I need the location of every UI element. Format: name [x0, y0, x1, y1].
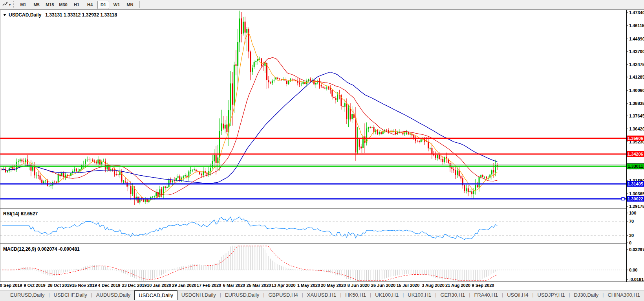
chart-background: [0, 10, 644, 282]
price-tick-label: 1.37645: [629, 114, 644, 118]
timeframe-button-m1[interactable]: M1: [17, 1, 29, 9]
rsi-axis-label: 0: [629, 240, 631, 245]
timeframe-button-mn[interactable]: MN: [124, 1, 136, 9]
price-tick-label: 1.40060: [629, 88, 644, 93]
chart-tab-hk50-h1[interactable]: HK50,H1: [341, 291, 370, 299]
cursor-chart-icon: [2, 1, 8, 9]
chart-tab-uk100-h1[interactable]: UK100,H1: [371, 291, 402, 299]
chart-tab-xauusd-h1[interactable]: XAUUSD,H1: [303, 291, 340, 299]
macd-axis-label: 0.032972: [629, 247, 644, 252]
date-tick-label: 15 Jul 2020: [397, 283, 420, 288]
date-tick-label: 9 Oct 2019: [24, 283, 45, 288]
date-tick-label: 25 Mar 2020: [247, 283, 271, 288]
chart-tab-audusd-daily[interactable]: AUDUSD,Daily: [92, 291, 134, 299]
svg-text:1.35606: 1.35606: [628, 136, 643, 141]
date-tick-label: 4 Dec 2019: [98, 283, 121, 288]
date-tick-label: 10 Jan 2020: [147, 283, 171, 288]
date-tick-label: 15 Nov 2019: [72, 283, 97, 288]
line-drag-handle[interactable]: [622, 198, 624, 200]
rsi-axis-label: 70: [629, 219, 634, 224]
price-tick-label: 1.36420: [629, 127, 644, 131]
chart-tab-fra40-h1[interactable]: FRA40,H1: [470, 291, 502, 299]
chart-tab-usdcad-daily[interactable]: USDCAD,Daily: [134, 290, 177, 300]
chart-tab-ger30-h1[interactable]: GER30,H1: [436, 291, 469, 299]
toolbar: ▾ M1M5M15M30H1H4D1W1MN: [0, 0, 644, 10]
chart-tab-usdcnh-daily[interactable]: USDCNH,Daily: [177, 291, 220, 299]
toolbar-separator: [139, 1, 140, 8]
timeframe-button-d1[interactable]: D1: [97, 1, 109, 9]
price-tick-label: 1.44890: [629, 37, 644, 41]
macd-label: MACD(12,26,9) 0.002074 -0.000481: [3, 246, 80, 252]
date-tick-label: 13 Apr 2020: [271, 283, 295, 288]
chart-tab-dj30-daily[interactable]: DJ30,Daily: [570, 291, 603, 299]
chart-canvas[interactable]: 1.473401.461151.448901.437001.424751.412…: [0, 10, 644, 282]
rsi-label: RSI(14) 62.6527: [3, 211, 38, 217]
chevron-down-icon: ▾: [9, 3, 11, 7]
timeframe-button-m30[interactable]: M30: [57, 1, 69, 9]
price-flag: 1.30022: [627, 196, 644, 202]
macd-axis-label: -0.018154: [629, 277, 644, 282]
chart-tab-china300-h1[interactable]: CHINA300,H1: [604, 291, 644, 299]
chart-tab-usdchf-daily[interactable]: USDCHF,Daily: [50, 291, 91, 299]
price-tick-label: 1.29175: [629, 204, 644, 209]
svg-text:1.34206: 1.34206: [628, 152, 643, 156]
timeframe-button-m5[interactable]: M5: [31, 1, 42, 9]
price-flag: 1.35606: [627, 136, 644, 141]
svg-text:1.30022: 1.30022: [628, 196, 643, 201]
date-tick-label: 9 Sep 2020: [472, 283, 494, 288]
date-tick-label: 17 Feb 2020: [197, 283, 221, 288]
chart-tab-usdjpy-h1[interactable]: USDJPY,H1: [534, 291, 569, 299]
price-flag: 1.33011: [627, 163, 644, 169]
price-flag: 1.34206: [627, 151, 644, 157]
price-flag: 1.31405: [627, 181, 644, 187]
timeframe-button-h1[interactable]: H1: [71, 1, 82, 9]
price-tick-label: 1.38835: [629, 101, 644, 106]
timeframe-button-m15[interactable]: M15: [44, 1, 56, 9]
price-tick-label: 1.42475: [629, 62, 644, 67]
svg-text:1.31405: 1.31405: [628, 182, 643, 186]
date-tick-label: 26 Jun 2020: [371, 283, 395, 288]
date-tick-label: 8 Jun 2020: [348, 283, 370, 288]
macd-axis-label: 0.00: [629, 268, 637, 272]
toolbar-grip: [13, 1, 14, 8]
date-tick-label: 1 May 2020: [297, 283, 320, 288]
date-tick-label: 6 Mar 2020: [223, 283, 245, 288]
chart-tab-eurusd-daily[interactable]: EURUSD,Daily: [6, 291, 48, 299]
chart-tab-bar: EURUSD,Daily|USDCHF,Daily|AUDUSD,DailyUS…: [0, 290, 644, 301]
timeframe-button-h4[interactable]: H4: [84, 1, 96, 9]
price-tick-label: 1.43700: [629, 49, 644, 54]
price-tick-label: 1.46115: [629, 23, 644, 28]
svg-text:1.33011: 1.33011: [628, 164, 643, 169]
chart-tab-eurusd-daily[interactable]: EURUSD,Daily: [221, 291, 263, 299]
chart-title: USDCAD,Daily1.33131 1.33312 1.32932 1.33…: [3, 12, 117, 18]
svg-text:USDCAD,Daily1.33131 1.33312 1.: USDCAD,Daily1.33131 1.33312 1.32932 1.33…: [9, 12, 117, 18]
chart-tab-uk100-h1[interactable]: UK100,H1: [404, 291, 435, 299]
chart-tab-gbpusd-h4[interactable]: GBPUSD,H4: [264, 291, 302, 299]
time-axis[interactable]: 20 Sep 20199 Oct 201928 Oct 201915 Nov 2…: [0, 282, 644, 290]
rsi-axis-label: 30: [629, 233, 634, 238]
date-tick-label: 23 Dec 2019: [122, 283, 147, 288]
timeframe-buttons: M1M5M15M30H1H4D1W1MN: [16, 1, 137, 9]
cursor-tool-button[interactable]: ▾: [1, 1, 12, 9]
chart-tab-usoil-h4[interactable]: USOil,H4: [503, 291, 532, 299]
date-tick-label: 3 Aug 2020: [422, 283, 445, 288]
timeframe-button-w1[interactable]: W1: [111, 1, 123, 9]
date-tick-label: 20 May 2020: [321, 283, 346, 288]
date-tick-label: 20 Sep 2019: [0, 283, 22, 288]
price-tick-label: 1.47340: [629, 10, 644, 15]
mt4-window: ▾ M1M5M15M30H1H4D1W1MN 1.473401.461151.4…: [0, 0, 644, 301]
rsi-axis-label: 100: [629, 211, 636, 215]
date-tick-label: 29 Jan 2020: [172, 283, 196, 288]
price-tick-label: 1.30365: [629, 191, 644, 196]
date-tick-label: 28 Oct 2019: [48, 283, 71, 288]
price-tick-label: 1.41285: [629, 75, 644, 79]
date-tick-label: 21 Aug 2020: [445, 283, 470, 288]
